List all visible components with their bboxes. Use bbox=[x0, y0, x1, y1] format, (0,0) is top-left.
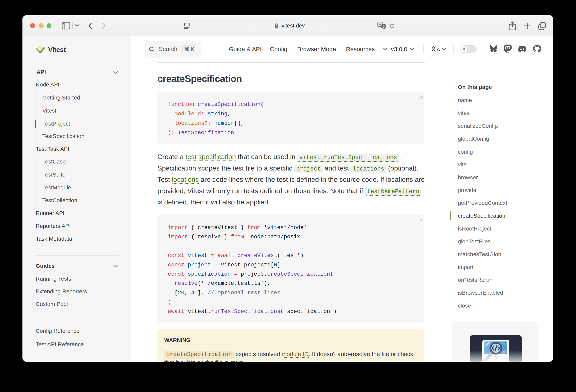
svg-text:文: 文 bbox=[382, 25, 385, 28]
svg-text:A: A bbox=[379, 23, 381, 26]
